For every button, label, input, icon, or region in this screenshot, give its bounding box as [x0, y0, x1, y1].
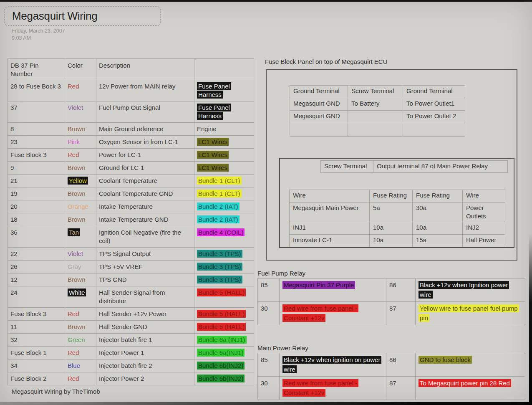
- column-header-pin: DB 37 Pin Number: [8, 59, 65, 80]
- tag-cell: LC1 Wires: [194, 149, 254, 162]
- ground-table-cell: [348, 111, 403, 123]
- table-row: 30Red wire from fuse panel - Constant +1…: [258, 302, 525, 325]
- wire-highlight: Yellow wire to fuse panel fuel pump pin: [419, 304, 519, 322]
- table-row: Megasquirt GNDTo Power Outlet 2: [290, 111, 465, 123]
- pin-cell: 32: [8, 334, 65, 347]
- table-row: 32GreenInjector batch fire 1Bundle 6a (I…: [8, 334, 254, 347]
- screw-terminal-cell: Screw Terminal: [321, 161, 373, 173]
- pin-cell: 24: [8, 286, 65, 308]
- table-row: 12BrownTPS GNDBundle 3 (TPS): [8, 273, 254, 286]
- table-row: 9BrownGround for LC-1LC1 Wires: [8, 162, 254, 175]
- color-cell: Brown: [65, 213, 96, 226]
- color-cell: Violet: [65, 248, 96, 261]
- ground-table-cell: [348, 123, 403, 137]
- table-row: 34BlueInjector batch fire 2Bundle 6b(INJ…: [8, 359, 254, 372]
- pin-cell: 23: [8, 136, 65, 149]
- ground-table-cell: To Power Outlet 2: [403, 111, 465, 123]
- color-chip: Orange: [68, 203, 88, 210]
- pin-cell: 36: [8, 226, 65, 248]
- color-cell: Red: [65, 372, 96, 385]
- description-cell: Injector Power 2: [96, 372, 194, 385]
- bundle-tag: Bundle 2 (IAT): [197, 202, 240, 210]
- table-row: 11BrownHall Sender GNDBundle 5 (HALL): [8, 321, 254, 334]
- page-title: Megasquirt Wiring: [12, 10, 97, 23]
- color-chip: Pink: [68, 138, 80, 145]
- table-row: 18BrownIntake Temperature GNDBundle 2 (I…: [8, 213, 254, 226]
- relay-pin-cell: 86: [386, 353, 416, 377]
- description-cell: Ignition Coil Negative (fire the coil): [96, 226, 194, 248]
- pin-cell: Fuse Block 2: [8, 372, 65, 385]
- table-row: Fuse Block 3RedHall Sender +12v PowerBun…: [8, 308, 254, 321]
- tag-cell: Bundle 2 (IAT): [194, 200, 254, 213]
- description-cell: TPS +5V VREF: [96, 261, 194, 273]
- pin-table-header-row: DB 37 Pin Number Color Description: [8, 59, 254, 80]
- fuse-panel-outer-box: Ground TerminalScrew TerminalGround Term…: [266, 69, 517, 261]
- description-cell: Intake Temperature GND: [96, 213, 194, 226]
- table-row: Fuse Block 3RedPower for LC-1LC1 Wires: [8, 149, 254, 162]
- screw-terminal-strip: Screw Terminal Output terminal 87 of Mai…: [320, 160, 508, 173]
- wire-highlight: Megasquirt Pin 37 Purple: [282, 281, 355, 289]
- pin-cell: 11: [8, 321, 65, 334]
- ground-terminal-table: Ground TerminalScrew TerminalGround Term…: [290, 85, 465, 137]
- tag-cell: Engine: [194, 123, 254, 136]
- color-cell: Gray: [65, 261, 96, 273]
- wire-table-cell: 15a: [413, 235, 463, 247]
- bundle-tag: Bundle 3 (TPS): [197, 250, 242, 258]
- ground-table-cell: To Battery: [348, 98, 403, 111]
- relay-pin-cell: 85: [258, 353, 280, 377]
- bundle-tag: Bundle 5 (HALL): [197, 310, 246, 318]
- relay-wire-cell: Black +12v when ignition on power wire: [280, 353, 386, 377]
- color-cell: Brown: [65, 123, 96, 136]
- description-cell: Intake Temperature: [96, 200, 194, 213]
- page-title-box[interactable]: Megasquirt Wiring: [4, 6, 161, 26]
- color-chip: Brown: [68, 190, 86, 197]
- color-cell: Brown: [65, 162, 96, 175]
- tag-cell: Bundle 2 (IAT): [194, 213, 254, 226]
- wire-highlight: Red wire from fuse panel - Constant +12v: [282, 304, 358, 322]
- screw-strip-row: Screw Terminal Output terminal 87 of Mai…: [321, 161, 508, 173]
- wire-table-cell: Megasquirt Main Power: [290, 202, 370, 222]
- color-chip: Red: [68, 349, 79, 356]
- bundle-tag: Bundle 2 (IAT): [197, 215, 240, 223]
- description-cell: TPS GND: [96, 273, 194, 286]
- table-row: 37VioletFuel Pump Out SignalFuse Panel H…: [8, 101, 254, 123]
- color-chip: Brown: [68, 216, 86, 223]
- color-cell: White: [65, 286, 96, 308]
- tag-cell: Bundle 3 (TPS): [194, 261, 254, 273]
- table-row: 8BrownMain Ground referenceEngine: [8, 123, 254, 136]
- wire-fuse-table: WireFuse RatingFuse RatingWireMegasquirt…: [289, 190, 505, 247]
- pin-table: DB 37 Pin Number Color Description 28 to…: [8, 58, 254, 385]
- photo-edge-bottom: [0, 402, 532, 405]
- description-cell: Injector Power 1: [96, 347, 194, 359]
- color-chip: Red: [68, 83, 79, 90]
- tag-cell: Bundle 1 (CLT): [194, 187, 254, 200]
- color-cell: Violet: [65, 101, 96, 123]
- tag-cell: Fuse Panel Harness: [194, 101, 254, 123]
- color-chip: Violet: [68, 250, 83, 257]
- color-cell: Orange: [65, 200, 96, 213]
- table-row: INJ110a10aINJ2: [290, 222, 505, 235]
- tag-cell: LC1 Wires: [194, 136, 254, 149]
- description-cell: Injector batch fire 2: [96, 359, 194, 372]
- wire-table-cell: Wire: [290, 190, 370, 202]
- wire-table-cell: 30a: [413, 202, 463, 222]
- pin-cell: 18: [8, 213, 65, 226]
- pin-cell: 21: [8, 175, 65, 187]
- description-cell: Main Ground reference: [96, 123, 194, 136]
- table-row: 21YellowCoolant TemperatureBundle 1 (CLT…: [8, 175, 254, 187]
- color-cell: Red: [65, 308, 96, 321]
- wire-highlight: Black +12v when Ignition power wire: [419, 281, 509, 299]
- table-row: Fuse Block 1RedInjector Power 1Bundle 6a…: [8, 347, 254, 359]
- tag-cell: Bundle 6b(INJ2): [194, 372, 254, 385]
- wire-table-cell: Power Outlets: [463, 202, 505, 222]
- ground-table-cell: To Power Outlet1: [403, 98, 465, 111]
- color-chip: Brown: [68, 125, 86, 132]
- bundle-tag: Fuse Panel Harness: [197, 82, 231, 99]
- table-row: 22VioletTPS Signal OutputBundle 3 (TPS): [8, 248, 254, 261]
- description-cell: 12v Power from MAIN relay: [96, 80, 194, 101]
- table-row: WireFuse RatingFuse RatingWire: [290, 190, 505, 202]
- ground-table-cell: Ground Terminal: [290, 86, 348, 98]
- color-chip: Brown: [68, 276, 86, 283]
- table-row: Megasquirt Main Power5a30aPower Outlets: [290, 202, 505, 222]
- description-cell: Hall Sender Signal from distributor: [96, 286, 194, 308]
